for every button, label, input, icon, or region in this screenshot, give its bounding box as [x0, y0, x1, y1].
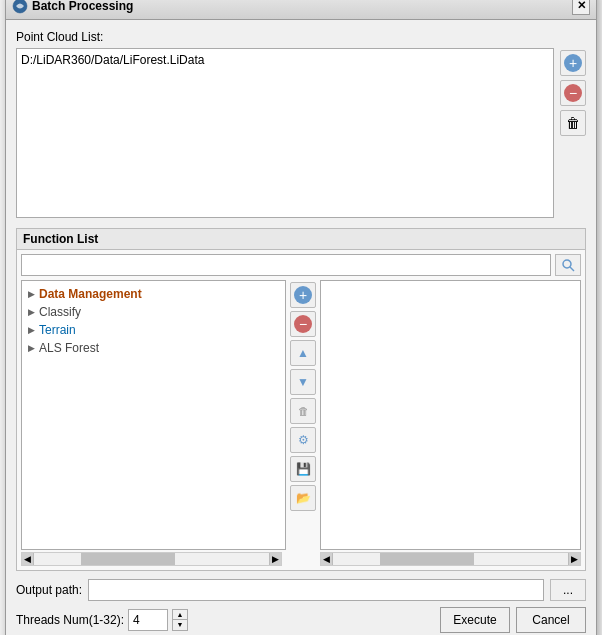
clear-function-button[interactable]: 🗑 [290, 398, 316, 424]
down-arrow-icon: ▼ [297, 375, 309, 389]
svg-point-1 [563, 260, 571, 268]
threads-left: Threads Num(1-32): ▲ ▼ [16, 609, 188, 631]
tree-label-terrain: Terrain [39, 323, 76, 337]
function-tree: ▶ Data Management ▶ Classify ▶ Terrain [21, 280, 286, 550]
up-arrow-icon: ▲ [297, 346, 309, 360]
content-area: Point Cloud List: D:/LiDAR360/Data/LiFor… [6, 20, 596, 636]
search-button[interactable] [555, 254, 581, 276]
selected-functions-panel [320, 280, 581, 550]
brush-icon: 🗑 [566, 115, 580, 131]
function-section: Function List [16, 228, 586, 571]
execute-button[interactable]: Execute [440, 607, 510, 633]
function-body: ▶ Data Management ▶ Classify ▶ Terrain [17, 250, 585, 570]
title-bar: Batch Processing ✕ [6, 0, 596, 20]
point-cloud-label: Point Cloud List: [16, 30, 586, 44]
point-cloud-item: D:/LiDAR360/Data/LiForest.LiData [21, 53, 549, 67]
add-function-button[interactable]: + [290, 282, 316, 308]
title-bar-left: Batch Processing [12, 0, 133, 14]
right-scrollbar[interactable]: ◀ ▶ [320, 552, 581, 566]
main-window: Batch Processing ✕ Point Cloud List: D:/… [5, 0, 597, 635]
spin-down-button[interactable]: ▼ [173, 620, 187, 630]
svg-line-2 [570, 267, 574, 271]
right-scroll-left-arrow[interactable]: ◀ [321, 553, 333, 565]
tree-item-terrain[interactable]: ▶ Terrain [24, 321, 283, 339]
search-row [21, 254, 581, 276]
cancel-button[interactable]: Cancel [516, 607, 586, 633]
spin-buttons: ▲ ▼ [172, 609, 188, 631]
minus-icon: − [564, 84, 582, 102]
tree-item-classify[interactable]: ▶ Classify [24, 303, 283, 321]
window-title: Batch Processing [32, 0, 133, 13]
point-cloud-area: D:/LiDAR360/Data/LiForest.LiData + − 🗑 [16, 48, 586, 218]
close-button[interactable]: ✕ [572, 0, 590, 15]
save-button[interactable]: 💾 [290, 456, 316, 482]
function-header: Function List [17, 229, 585, 250]
gear-icon: ⚙ [298, 433, 309, 447]
scroll-left-arrow[interactable]: ◀ [22, 553, 34, 565]
remove-point-cloud-button[interactable]: − [560, 80, 586, 106]
scroll-thumb [81, 553, 175, 565]
move-down-button[interactable]: ▼ [290, 369, 316, 395]
left-scrollbar[interactable]: ◀ ▶ [21, 552, 282, 566]
action-buttons: Execute Cancel [440, 607, 586, 633]
spin-up-button[interactable]: ▲ [173, 610, 187, 620]
search-input[interactable] [21, 254, 551, 276]
add-point-cloud-button[interactable]: + [560, 50, 586, 76]
point-cloud-list: D:/LiDAR360/Data/LiForest.LiData [16, 48, 554, 218]
output-path-input[interactable] [88, 579, 544, 601]
settings-button[interactable]: ⚙ [290, 427, 316, 453]
middle-buttons: + − ▲ ▼ 🗑 [290, 280, 316, 550]
scroll-right-arrow[interactable]: ▶ [269, 553, 281, 565]
tree-arrow-terrain: ▶ [28, 325, 35, 335]
threads-label: Threads Num(1-32): [16, 613, 124, 627]
tree-label-classify: Classify [39, 305, 81, 319]
plus-icon: + [564, 54, 582, 72]
scroll-spacer [286, 552, 316, 566]
right-scroll-thumb [380, 553, 474, 565]
tree-item-data-management[interactable]: ▶ Data Management [24, 285, 283, 303]
add-icon: + [294, 286, 312, 304]
app-icon [12, 0, 28, 14]
output-row: Output path: ... [16, 579, 586, 601]
scroll-area: ◀ ▶ ◀ ▶ [21, 552, 581, 566]
clear-point-cloud-button[interactable]: 🗑 [560, 110, 586, 136]
remove-function-button[interactable]: − [290, 311, 316, 337]
load-button[interactable]: 📂 [290, 485, 316, 511]
right-scroll-track [333, 553, 568, 565]
tree-label-data-management: Data Management [39, 287, 142, 301]
clear-icon: 🗑 [298, 405, 309, 417]
remove-icon: − [294, 315, 312, 333]
tree-arrow-data: ▶ [28, 289, 35, 299]
threads-row: Threads Num(1-32): ▲ ▼ Execute Cancel [16, 607, 586, 633]
output-label: Output path: [16, 583, 82, 597]
browse-button[interactable]: ... [550, 579, 586, 601]
side-buttons: + − 🗑 [560, 48, 586, 218]
tree-arrow-als: ▶ [28, 343, 35, 353]
search-icon [561, 258, 575, 272]
folder-icon: 📂 [296, 491, 311, 505]
tree-item-als-forest[interactable]: ▶ ALS Forest [24, 339, 283, 357]
move-up-button[interactable]: ▲ [290, 340, 316, 366]
tree-label-als-forest: ALS Forest [39, 341, 99, 355]
save-icon: 💾 [296, 462, 311, 476]
scroll-track [34, 553, 269, 565]
threads-input[interactable] [128, 609, 168, 631]
right-scroll-right-arrow[interactable]: ▶ [568, 553, 580, 565]
panels-row: ▶ Data Management ▶ Classify ▶ Terrain [21, 280, 581, 550]
tree-arrow-classify: ▶ [28, 307, 35, 317]
